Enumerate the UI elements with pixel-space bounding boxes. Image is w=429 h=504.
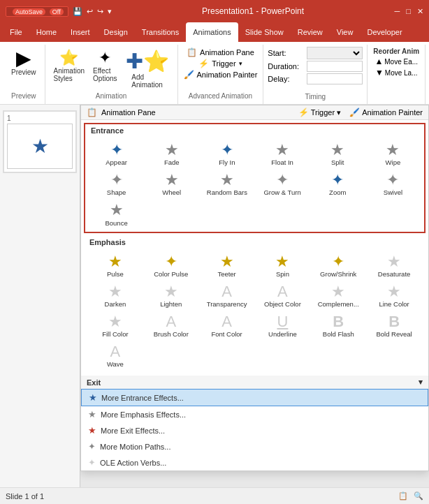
move-later-label: Move La...: [385, 69, 418, 77]
anim-complement[interactable]: ★ Complemen...: [311, 281, 365, 310]
wave-icon: A: [110, 343, 121, 360]
lighten-name: Lighten: [160, 300, 182, 308]
anim-objectcolor[interactable]: A Object Color: [256, 281, 310, 310]
animation-painter-button[interactable]: 🖌️ Animation Painter: [184, 70, 258, 80]
anim-shape[interactable]: ✦ Shape: [89, 170, 143, 198]
anim-wheel[interactable]: ★ Wheel: [145, 170, 198, 198]
start-row: Start:: [268, 47, 363, 59]
more-emphasis-effects[interactable]: ★ More Emphasis Effects...: [81, 406, 428, 422]
animation-pane-button[interactable]: 📋 Animation Pane: [187, 47, 254, 57]
anim-boldflash[interactable]: B Bold Flash: [311, 311, 365, 340]
anim-fade[interactable]: ★ Fade: [145, 140, 198, 168]
start-select[interactable]: [307, 47, 363, 59]
zoom-icon: ✦: [331, 172, 344, 188]
timing-group-label: Timing: [305, 93, 326, 102]
anim-underline[interactable]: U Underline: [256, 311, 310, 340]
notes-icon[interactable]: 📋: [398, 491, 408, 501]
tab-insert[interactable]: Insert: [64, 22, 97, 42]
bounce-name: Bounce: [105, 219, 127, 227]
maximize-icon[interactable]: □: [406, 7, 411, 15]
animation-styles-button[interactable]: ⭐ AnimationStyles: [51, 47, 87, 84]
tab-view[interactable]: View: [330, 22, 361, 42]
tab-animations[interactable]: Animations: [186, 22, 238, 42]
anim-transparency[interactable]: A Transparency: [200, 281, 254, 310]
swivel-icon: ✦: [386, 172, 399, 188]
anim-spin[interactable]: ★ Spin: [256, 251, 310, 280]
anim-wave[interactable]: A Wave: [88, 341, 143, 370]
anim-appear[interactable]: ✦ Appear: [89, 140, 143, 168]
anim-fontcolor[interactable]: A Font Color: [200, 311, 254, 340]
customize-icon[interactable]: ▾: [108, 7, 112, 16]
effect-options-button[interactable]: ✦ EffectOptions: [90, 47, 119, 84]
anim-flyin[interactable]: ✦ Fly In: [200, 140, 254, 168]
duration-input[interactable]: [307, 61, 363, 72]
delay-input[interactable]: [307, 73, 363, 84]
anim-floatin[interactable]: ★ Float In: [255, 140, 309, 168]
minimize-icon[interactable]: ─: [394, 7, 400, 15]
trigger-button[interactable]: ⚡ Trigger ▾: [198, 59, 242, 68]
slide-thumbnail[interactable]: 1 ★: [3, 110, 77, 173]
bounce-icon: ★: [110, 202, 124, 218]
save-icon[interactable]: 💾: [73, 7, 82, 16]
anim-linecolor[interactable]: ★ Line Color: [367, 281, 421, 310]
more-motion-icon: ✦: [88, 441, 96, 452]
more-emphasis-icon: ★: [88, 409, 96, 420]
anim-darken[interactable]: ★ Darken: [88, 281, 143, 310]
effect-options-label: EffectOptions: [93, 67, 117, 82]
emphasis-grid: ★ Pulse ✦ Color Pulse ★ Teeter ★ Spin: [84, 249, 426, 373]
autosave-state: Off: [50, 8, 64, 15]
entrance-header: Entrance: [85, 124, 424, 137]
more-exit-effects[interactable]: ★ More Exit Effects...: [81, 422, 428, 438]
animation-pane-label: Animation Pane: [200, 48, 254, 57]
anim-fillcolor[interactable]: ★ Fill Color: [88, 311, 143, 340]
emphasis-section: Emphasis ★ Pulse ✦ Color Pulse ★ Teeter: [84, 236, 426, 373]
more-motion-paths[interactable]: ✦ More Motion Paths...: [81, 438, 428, 454]
randombars-icon: ★: [220, 172, 234, 188]
ole-action-verbs[interactable]: ✦ OLE Action Verbs...: [81, 454, 428, 470]
growshrink-name: Grow/Shrink: [320, 270, 356, 278]
anim-lighten[interactable]: ★ Lighten: [144, 281, 198, 310]
preview-button[interactable]: ▶ Preview: [8, 47, 39, 77]
zoom-controls[interactable]: 🔍: [414, 491, 423, 501]
redo-icon[interactable]: ↪: [97, 7, 103, 16]
tab-slideshow[interactable]: Slide Show: [238, 22, 291, 42]
anim-brushcolor[interactable]: A Brush Color: [144, 311, 198, 340]
title-bar-left: AutoSave Off 💾 ↩ ↪ ▾: [6, 6, 112, 17]
anim-growshrink[interactable]: ✦ Grow/Shrink: [311, 251, 365, 280]
anim-bounce[interactable]: ★ Bounce: [89, 200, 143, 228]
close-icon[interactable]: ✕: [417, 7, 423, 15]
anim-zoom[interactable]: ✦ Zoom: [311, 170, 365, 198]
spin-name: Spin: [276, 270, 289, 278]
anim-teeter[interactable]: ★ Teeter: [200, 251, 254, 280]
anim-boldreveal[interactable]: B Bold Reveal: [367, 311, 421, 340]
anim-desaturate[interactable]: ★ Desaturate: [367, 251, 421, 280]
boldflash-icon: B: [333, 313, 344, 330]
tab-transitions[interactable]: Transitions: [135, 22, 186, 42]
pulse-icon: ★: [108, 253, 122, 270]
move-earlier-button[interactable]: ▲ Move Ea...: [375, 57, 418, 66]
window-controls: ─ □ ✕: [394, 7, 423, 16]
tab-review[interactable]: Review: [291, 22, 330, 42]
anim-wipe[interactable]: ★ Wipe: [366, 140, 420, 168]
tab-developer[interactable]: Developer: [360, 22, 409, 42]
title-text: Presentation1 - PowerPoint: [202, 6, 304, 16]
tab-file[interactable]: File: [3, 22, 29, 42]
appear-name: Appear: [106, 158, 127, 166]
underline-icon: U: [277, 313, 288, 330]
add-animation-button[interactable]: ✚⭐ AddAnimation: [123, 47, 172, 90]
anim-pulse[interactable]: ★ Pulse: [88, 251, 143, 280]
anim-randombars[interactable]: ★ Random Bars: [200, 170, 254, 198]
exit-section-header[interactable]: Exit ▾: [81, 376, 428, 389]
complement-name: Complemen...: [318, 300, 359, 308]
tab-home[interactable]: Home: [29, 22, 64, 42]
undo-icon[interactable]: ↩: [87, 7, 93, 16]
title-bar: AutoSave Off 💾 ↩ ↪ ▾ Presentation1 - Pow…: [0, 0, 429, 22]
more-entrance-effects[interactable]: ★ More Entrance Effects...: [81, 389, 428, 406]
anim-growturn[interactable]: ✦ Grow & Turn: [255, 170, 309, 198]
anim-swivel[interactable]: ✦ Swivel: [366, 170, 420, 198]
more-motion-label: More Motion Paths...: [100, 443, 171, 451]
move-later-button[interactable]: ▼ Move La...: [375, 68, 418, 77]
tab-design[interactable]: Design: [97, 22, 135, 42]
anim-colorpulse[interactable]: ✦ Color Pulse: [144, 251, 198, 280]
anim-split[interactable]: ★ Split: [311, 140, 365, 168]
